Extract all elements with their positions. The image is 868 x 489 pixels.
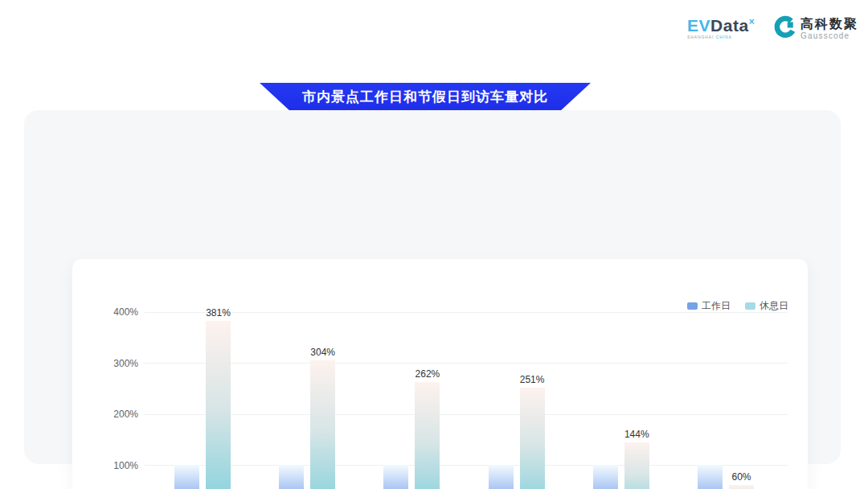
- evdata-ev: EV: [687, 16, 710, 35]
- bar-value-label: 381%: [190, 307, 247, 318]
- gausscode-text: 高科数聚 Gausscode: [800, 17, 858, 41]
- bar-工作日: [489, 465, 514, 489]
- bar-工作日: [593, 465, 618, 489]
- bar-工作日: [174, 465, 199, 489]
- legend-label: 工作日: [702, 299, 731, 313]
- plot-area: 381%304%262%251%144%60%: [145, 312, 788, 489]
- evdata-x-icon: ×: [749, 16, 755, 27]
- gausscode-en: Gausscode: [800, 31, 858, 41]
- page: EVData× SHANGHAI CHINA 高科数聚 Gausscode 市内…: [0, 0, 868, 489]
- evdata-logo: EVData× SHANGHAI CHINA: [687, 17, 760, 42]
- gridline: [145, 363, 788, 364]
- legend-label: 休息日: [760, 299, 788, 313]
- page-title: 市内景点工作日和节假日到访车量对比: [302, 88, 548, 106]
- bar-value-label: 60%: [714, 471, 770, 483]
- bar-value-label: 304%: [295, 347, 351, 358]
- bar-休息日: [729, 485, 754, 489]
- chart-card: 工作日休息日 381%304%262%251%144%60% 0%100%200…: [72, 259, 808, 489]
- chart-legend: 工作日休息日: [687, 299, 788, 313]
- legend-item-工作日[interactable]: 工作日: [687, 299, 731, 313]
- y-axis-label: 300%: [92, 358, 138, 369]
- gausscode-cn: 高科数聚: [800, 17, 858, 31]
- header-logos: EVData× SHANGHAI CHINA 高科数聚 Gausscode: [687, 14, 858, 43]
- evdata-subtext: SHANGHAI CHINA: [687, 35, 732, 39]
- legend-swatch: [687, 302, 698, 310]
- bar-休息日: [520, 388, 545, 489]
- gridline: [145, 414, 788, 415]
- bar-休息日: [415, 382, 440, 489]
- bar-工作日: [383, 465, 408, 489]
- gausscode-g-icon: [772, 14, 796, 43]
- y-axis-label: 400%: [92, 306, 138, 318]
- bar-value-label: 262%: [399, 368, 456, 380]
- gridline: [145, 465, 788, 466]
- chart-panel: 工作日休息日 381%304%262%251%144%60% 0%100%200…: [24, 110, 841, 464]
- y-axis-label: 100%: [92, 460, 138, 471]
- bar-休息日: [310, 360, 335, 489]
- bar-休息日: [624, 442, 649, 489]
- bar-value-label: 144%: [608, 429, 665, 440]
- evdata-data: Data: [710, 16, 749, 35]
- evdata-logo-text: EVData×: [687, 17, 760, 34]
- bar-工作日: [279, 465, 304, 489]
- y-axis-label: 200%: [92, 409, 138, 420]
- bar-休息日: [206, 321, 231, 489]
- legend-item-休息日[interactable]: 休息日: [745, 299, 788, 313]
- title-banner: 市内景点工作日和节假日到访车量对比: [260, 83, 591, 111]
- legend-swatch: [745, 302, 755, 310]
- gausscode-logo: 高科数聚 Gausscode: [772, 14, 858, 43]
- bar-value-label: 251%: [504, 374, 560, 385]
